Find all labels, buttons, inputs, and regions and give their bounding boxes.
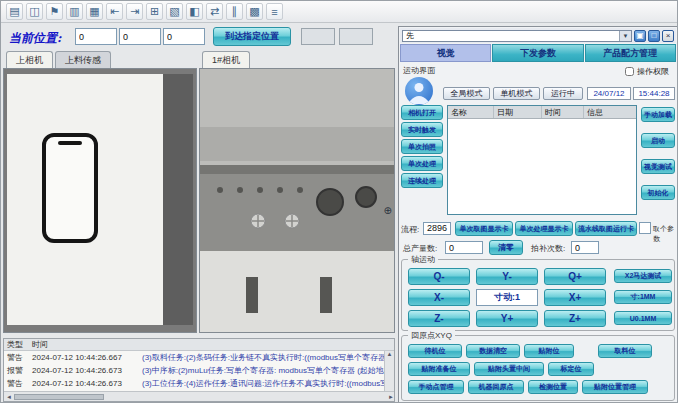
app-window: ▤ ◫ ⚑ ▥ ▦ ⇤ ⇥ ⊞ ▧ ◧ ⇄ ∥ ▩ ≡ 当前位置: 到达指定位置… bbox=[0, 0, 678, 403]
log-message: (3)中序标:(2)muLu任务:写单个寄存器: modbus写单个寄存器 (起… bbox=[142, 365, 394, 376]
home-positions-group: 回原点XYQ 待机位 数据清空 贴附位 取料位 贴附准备位 贴附头置中间 标定位… bbox=[401, 335, 675, 401]
global-mode-button[interactable]: 全局模式 bbox=[443, 87, 490, 100]
axis-q-minus-button[interactable]: Q- bbox=[408, 268, 470, 285]
jog-1mm-button[interactable]: 寸:1MM bbox=[614, 290, 672, 304]
total-count-input[interactable] bbox=[445, 241, 483, 254]
goto-position-button[interactable]: 到达指定位置 bbox=[213, 27, 291, 46]
panel-icon[interactable]: ◧ bbox=[186, 3, 203, 20]
x2-motor-test-button[interactable]: X2马达测试 bbox=[614, 269, 672, 283]
window-close-icon[interactable]: × bbox=[662, 30, 674, 42]
axis-q-plus-button[interactable]: Q+ bbox=[544, 268, 606, 285]
left-camera-view bbox=[3, 68, 197, 333]
recipe-combobox[interactable]: 先 ▼ bbox=[402, 30, 632, 42]
log-horizontal-scrollbar[interactable]: ◄ ► bbox=[4, 391, 395, 401]
left-camera-image bbox=[4, 69, 196, 332]
tab-vision[interactable]: 视觉 bbox=[400, 44, 491, 62]
scrollbar-thumb[interactable] bbox=[14, 394, 104, 400]
axis-z-plus-button[interactable]: Z+ bbox=[544, 310, 606, 327]
page-icon[interactable]: ▤ bbox=[6, 3, 23, 20]
log-row[interactable]: 警告 2024-07-12 10:44:26.667 (3)取料任务:(2)条码… bbox=[4, 351, 394, 364]
position-y-input[interactable] bbox=[119, 28, 161, 45]
permission-checkbox[interactable] bbox=[625, 67, 634, 76]
init-button[interactable]: 初始化 bbox=[641, 185, 675, 200]
inspect-position-button[interactable]: 检测位置 bbox=[528, 380, 578, 394]
running-status-button[interactable]: 运行中 bbox=[543, 87, 583, 100]
table-icon[interactable]: ▦ bbox=[86, 3, 103, 20]
camera-open-button[interactable]: 相机打开 bbox=[401, 105, 443, 120]
attach-position-button[interactable]: 贴附位 bbox=[524, 344, 574, 358]
pick-position-button[interactable]: 取料位 bbox=[598, 344, 652, 358]
result-table[interactable]: 名称 日期 时间 信息 bbox=[447, 105, 637, 215]
axis-x-minus-button[interactable]: X- bbox=[408, 289, 470, 306]
tab-recipe-management[interactable]: 产品配方管理 bbox=[585, 44, 676, 62]
list-icon[interactable]: ≡ bbox=[266, 3, 283, 20]
param-input[interactable] bbox=[639, 222, 651, 234]
single-mode-button[interactable]: 单机模式 bbox=[493, 87, 540, 100]
tab-upper-camera[interactable]: 上相机 bbox=[6, 51, 53, 68]
left-camera-tabs: 上相机 上料传感 bbox=[3, 51, 197, 68]
log-time: 2024-07-12 10:44:26.667 bbox=[32, 353, 142, 362]
axis-y-minus-button[interactable]: Y- bbox=[476, 268, 538, 285]
axis-x-plus-button[interactable]: X+ bbox=[544, 289, 606, 306]
chevron-down-icon[interactable]: ▼ bbox=[619, 31, 631, 41]
start-button[interactable]: 启动 bbox=[641, 133, 675, 148]
col-name: 名称 bbox=[448, 106, 494, 118]
log-vertical-scrollbar[interactable]: ▲ bbox=[384, 351, 394, 391]
log-row[interactable]: 警告 2024-07-12 10:44:26.673 (3)工位任务:(4)运作… bbox=[4, 377, 394, 390]
manual-point-manage-button[interactable]: 手动点管理 bbox=[408, 380, 464, 394]
flag-icon[interactable]: ⚑ bbox=[46, 3, 63, 20]
columns-icon[interactable]: ∥ bbox=[226, 3, 243, 20]
scroll-right-icon[interactable]: ► bbox=[388, 394, 394, 400]
scroll-up-icon[interactable]: ▲ bbox=[387, 351, 393, 357]
panel-tabs: 视觉 下发参数 产品配方管理 bbox=[400, 44, 676, 62]
attach-position-manage-button[interactable]: 贴附位置管理 bbox=[582, 380, 648, 394]
scroll-left-icon[interactable]: ◄ bbox=[6, 394, 12, 400]
align-left-icon[interactable]: ⇤ bbox=[106, 3, 123, 20]
motion-section-label: 运动界面 bbox=[403, 65, 435, 76]
layout-icon[interactable]: ▧ bbox=[166, 3, 183, 20]
log-row[interactable]: 报警 2024-07-12 10:44:26.673 (3)中序标:(2)muL… bbox=[4, 364, 394, 377]
axis-motion-title: 轴运动 bbox=[408, 254, 438, 265]
standby-position-button[interactable]: 待机位 bbox=[408, 344, 462, 358]
window-restore-icon[interactable]: ▣ bbox=[634, 30, 646, 42]
machine-home-button[interactable]: 机器回原点 bbox=[468, 380, 524, 394]
clear-count-button[interactable]: 清零 bbox=[489, 240, 523, 255]
jog-01mm-button[interactable]: U0.1MM bbox=[614, 311, 672, 325]
single-process-button[interactable]: 单次处理 bbox=[401, 156, 443, 171]
live-trigger-button[interactable]: 实时触发 bbox=[401, 122, 443, 137]
manual-load-button[interactable]: 手动加载 bbox=[641, 107, 675, 122]
user-avatar-icon[interactable] bbox=[405, 77, 433, 105]
swap-icon[interactable]: ⇄ bbox=[206, 3, 223, 20]
calibration-position-button[interactable]: 标定位 bbox=[548, 362, 594, 376]
align-right-icon[interactable]: ⇥ bbox=[126, 3, 143, 20]
window-maximize-icon[interactable]: □ bbox=[648, 30, 660, 42]
attach-head-center-button[interactable]: 贴附头置中间 bbox=[474, 362, 544, 376]
chart-icon[interactable]: ▥ bbox=[66, 3, 83, 20]
pattern-icon[interactable]: ▩ bbox=[246, 3, 263, 20]
tab-send-parameters[interactable]: 下发参数 bbox=[492, 44, 583, 62]
position-x-input[interactable] bbox=[75, 28, 117, 45]
attach-ready-position-button[interactable]: 贴附准备位 bbox=[408, 362, 470, 376]
crosshair-icon: ⊕ bbox=[384, 206, 392, 216]
main-toolbar: ▤ ◫ ⚑ ▥ ▦ ⇤ ⇥ ⊞ ▧ ◧ ⇄ ∥ ▩ ≡ bbox=[1, 1, 678, 23]
grid-icon[interactable]: ⊞ bbox=[146, 3, 163, 20]
axis-y-plus-button[interactable]: Y+ bbox=[476, 310, 538, 327]
col-info: 信息 bbox=[584, 106, 636, 118]
clear-data-button[interactable]: 数据清空 bbox=[466, 344, 520, 358]
position-z-input[interactable] bbox=[163, 28, 205, 45]
jog-distance-display[interactable]: 寸动:1 bbox=[476, 289, 538, 306]
single-grab-card-button[interactable]: 单次取图显示卡 bbox=[455, 221, 513, 236]
axis-z-minus-button[interactable]: Z- bbox=[408, 310, 470, 327]
vision-test-button[interactable]: 视觉测试 bbox=[641, 159, 675, 174]
single-shot-button[interactable]: 单次拍照 bbox=[401, 139, 443, 154]
retry-count-input[interactable] bbox=[571, 241, 599, 254]
tab-feed-sensor[interactable]: 上料传感 bbox=[55, 51, 111, 68]
copy-icon[interactable]: ◫ bbox=[26, 3, 43, 20]
flow-label: 流程: bbox=[401, 224, 419, 235]
single-process-card-button[interactable]: 单次处理显示卡 bbox=[515, 221, 573, 236]
tab-camera-1[interactable]: 1#相机 bbox=[202, 51, 250, 68]
pipeline-run-card-button[interactable]: 流水线取图运行卡 bbox=[575, 221, 637, 236]
current-position-label: 当前位置: bbox=[9, 30, 61, 47]
log-type: 报警 bbox=[4, 365, 32, 376]
continuous-process-button[interactable]: 连续处理 bbox=[401, 173, 443, 188]
